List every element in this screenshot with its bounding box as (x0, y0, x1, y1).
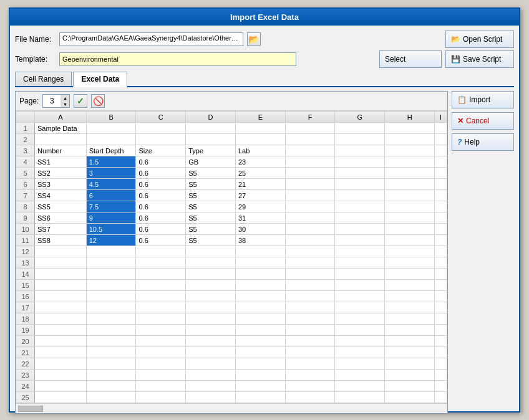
grid-cell[interactable] (285, 179, 335, 190)
grid-cell[interactable] (335, 269, 385, 280)
grid-cell[interactable] (136, 257, 186, 269)
grid-cell[interactable] (285, 235, 335, 246)
grid-cell[interactable] (385, 156, 435, 168)
grid-cell[interactable] (186, 246, 236, 257)
grid-cell[interactable] (285, 190, 335, 201)
grid-cell[interactable] (335, 302, 385, 313)
grid-cell[interactable] (435, 145, 447, 156)
grid-cell[interactable]: 27 (235, 190, 285, 201)
grid-cell[interactable] (235, 392, 285, 403)
grid-cell[interactable] (435, 201, 447, 212)
grid-cell[interactable]: S5 (186, 235, 236, 246)
grid-cell[interactable] (35, 347, 87, 358)
grid-cell[interactable] (285, 201, 335, 212)
grid-cell[interactable]: SS3 (35, 179, 87, 190)
grid-cell[interactable] (86, 347, 136, 358)
grid-cell[interactable] (385, 179, 435, 190)
grid-cell[interactable] (186, 257, 236, 269)
grid-cell[interactable] (435, 246, 447, 257)
file-name-input[interactable]: C:\ProgramData\GAEA\GaeaSynergy4\Datasto… (59, 32, 243, 46)
grid-cell[interactable] (385, 325, 435, 336)
grid-cell[interactable] (285, 224, 335, 235)
grid-cell[interactable]: S5 (186, 168, 236, 179)
grid-cell[interactable] (335, 212, 385, 224)
grid-cell[interactable] (35, 370, 87, 381)
grid-cell[interactable] (385, 168, 435, 179)
grid-cell[interactable]: SS6 (35, 212, 87, 224)
grid-cell[interactable]: Sample Data (35, 123, 87, 134)
grid-cell[interactable] (285, 134, 335, 145)
grid-cell[interactable]: SS8 (35, 235, 87, 246)
grid-cell[interactable] (385, 313, 435, 325)
grid-cell[interactable] (385, 145, 435, 156)
grid-cell[interactable]: 10.5 (86, 224, 136, 235)
grid-cell[interactable] (285, 269, 335, 280)
browse-folder-button[interactable]: 📂 (247, 32, 261, 46)
grid-cell[interactable] (86, 246, 136, 257)
grid-cell[interactable] (136, 269, 186, 280)
select-button[interactable]: Select (379, 50, 442, 68)
spin-down-button[interactable]: ▼ (61, 101, 69, 107)
grid-cell[interactable] (285, 392, 335, 403)
grid-cell[interactable] (86, 336, 136, 347)
grid-cell[interactable] (385, 224, 435, 235)
grid-cell[interactable]: 4.5 (86, 179, 136, 190)
grid-cell[interactable] (86, 381, 136, 392)
grid-cell[interactable] (35, 313, 87, 325)
grid-cell[interactable] (435, 212, 447, 224)
grid-cell[interactable] (335, 224, 385, 235)
page-input[interactable] (43, 95, 61, 107)
grid-cell[interactable] (235, 134, 285, 145)
grid-cell[interactable] (435, 302, 447, 313)
grid-cell[interactable] (35, 280, 87, 291)
grid-cell[interactable] (235, 347, 285, 358)
grid-cell[interactable]: S5 (186, 201, 236, 212)
grid-cell[interactable]: 0.6 (136, 201, 186, 212)
open-script-button[interactable]: 📂 Open Script (445, 31, 514, 48)
grid-cell[interactable] (385, 201, 435, 212)
grid-cell[interactable] (86, 358, 136, 370)
grid-cell[interactable] (385, 246, 435, 257)
grid-cell[interactable] (136, 325, 186, 336)
grid-cell[interactable]: 0.6 (136, 179, 186, 190)
grid-cell[interactable] (385, 257, 435, 269)
grid-cell[interactable] (35, 336, 87, 347)
grid-cell[interactable] (385, 280, 435, 291)
grid-cell[interactable] (335, 370, 385, 381)
grid-cell[interactable] (385, 302, 435, 313)
grid-cell[interactable] (86, 257, 136, 269)
grid-cell[interactable] (86, 313, 136, 325)
grid-cell[interactable]: SS2 (35, 168, 87, 179)
grid-cell[interactable]: 38 (235, 235, 285, 246)
grid-cell[interactable]: 30 (235, 224, 285, 235)
grid-cell[interactable]: 3 (86, 168, 136, 179)
grid-cell[interactable]: S5 (186, 179, 236, 190)
grid-cell[interactable]: 9 (86, 212, 136, 224)
grid-cell[interactable] (136, 392, 186, 403)
grid-cell[interactable] (285, 123, 335, 134)
grid-cell[interactable] (186, 325, 236, 336)
grid-cell[interactable] (136, 280, 186, 291)
grid-cell[interactable] (186, 269, 236, 280)
grid-cell[interactable] (385, 212, 435, 224)
grid-cell[interactable] (186, 336, 236, 347)
grid-cell[interactable]: 21 (235, 179, 285, 190)
grid-cell[interactable] (335, 246, 385, 257)
grid-cell[interactable] (136, 370, 186, 381)
page-spinner[interactable]: ▲ ▼ (42, 94, 70, 108)
grid-cell[interactable] (285, 280, 335, 291)
grid-cell[interactable] (435, 381, 447, 392)
grid-cell[interactable] (435, 190, 447, 201)
grid-cell[interactable] (385, 358, 435, 370)
grid-cell[interactable]: 25 (235, 168, 285, 179)
grid-cell[interactable] (435, 347, 447, 358)
grid-cell[interactable] (35, 392, 87, 403)
grid-cell[interactable] (385, 190, 435, 201)
grid-cell[interactable] (435, 269, 447, 280)
grid-cell[interactable] (136, 302, 186, 313)
grid-cell[interactable] (35, 302, 87, 313)
grid-cell[interactable] (335, 381, 385, 392)
grid-cell[interactable] (235, 313, 285, 325)
grid-cell[interactable] (136, 291, 186, 302)
grid-cell[interactable]: SS1 (35, 156, 87, 168)
